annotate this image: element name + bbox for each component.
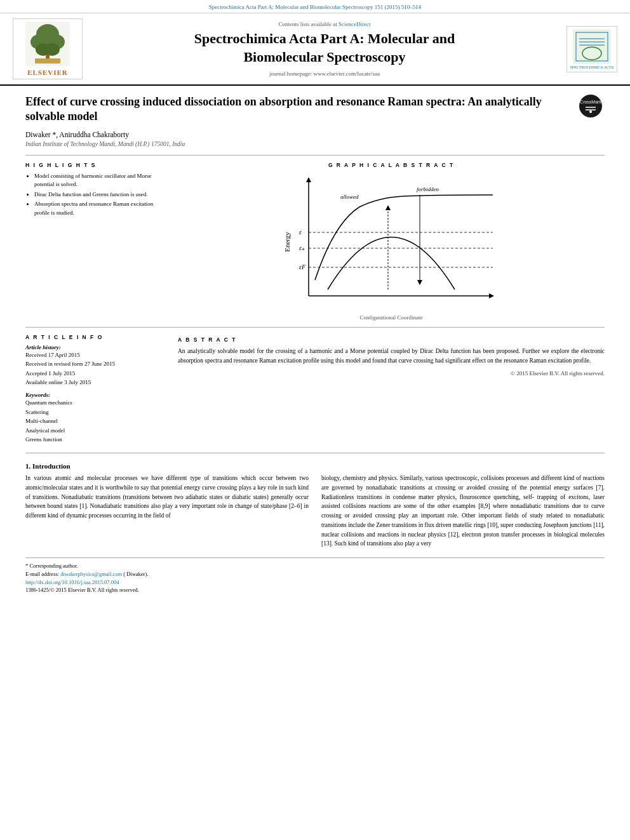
spectro-logo-icon: [573, 29, 611, 64]
intro-right-text: biology, chemistry and physics. Similarl…: [321, 474, 605, 549]
intro-left: In various atomic and molecular processe…: [25, 474, 309, 549]
svg-rect-7: [35, 58, 60, 63]
article-title: Effect of curve crossing induced dissoci…: [25, 95, 566, 124]
keywords-label: Keywords:: [25, 392, 165, 398]
email-label: E-mail address:: [25, 571, 59, 577]
corresponding-author: * Corresponding author.: [25, 562, 605, 570]
journal-reference: Spectrochimica Acta Part A: Molecular an…: [0, 0, 630, 13]
highlight-item-3: Absorption spectra and resonance Raman e…: [34, 200, 165, 217]
svg-text:εₐ: εₐ: [299, 244, 304, 251]
journal-ref-text: Spectrochimica Acta Part A: Molecular an…: [209, 4, 421, 10]
authors: Diwaker *, Aniruddha Chakraborty: [25, 131, 605, 138]
email-address[interactable]: diwakerphysics@gmail.com: [60, 571, 122, 577]
svg-text:εF: εF: [299, 263, 306, 270]
intro-right: biology, chemistry and physics. Similarl…: [321, 474, 605, 549]
keyword-2: Scattering: [25, 408, 165, 417]
spectro-logo-text: SPECTROCHIMICA ACTA: [570, 65, 614, 69]
journal-center: Contents lists available at ScienceDirec…: [95, 21, 554, 76]
highlight-item-2: Dirac Delta function and Greens function…: [34, 190, 165, 199]
keywords-section: Keywords: Quantum mechanics Scattering M…: [25, 392, 165, 444]
energy-diagram: Energy forbidden allowed: [277, 172, 506, 312]
history-label: Article history:: [25, 344, 165, 350]
highlight-item-1: Model consisting of harmonic oscillator …: [34, 172, 165, 189]
article-info-heading: A R T I C L E I N F O: [25, 334, 165, 340]
keyword-1: Quantum mechanics: [25, 398, 165, 407]
svg-text:forbidden: forbidden: [417, 186, 439, 192]
abstract-heading: A B S T R A C T: [178, 337, 605, 343]
science-direct-link[interactable]: ScienceDirect: [338, 21, 370, 27]
article-info-section: A R T I C L E I N F O Article history: R…: [25, 334, 165, 444]
keyword-5: Greens function: [25, 435, 165, 444]
svg-point-5: [44, 43, 60, 56]
copyright: © 2015 Elsevier B.V. All rights reserved…: [178, 370, 605, 377]
received-date: Received 17 April 2015: [25, 350, 165, 359]
divider-1: [25, 155, 605, 156]
journal-homepage: journal homepage: www.elsevier.com/locat…: [95, 70, 554, 77]
graphical-abstract-section: G R A P H I C A L A B S T R A C T Energy…: [178, 162, 605, 321]
journal-header: ELSEVIER Contents lists available at Sci…: [0, 13, 630, 86]
article-info-abstract-row: A R T I C L E I N F O Article history: R…: [25, 334, 605, 444]
available-date: Available online 3 July 2015: [25, 378, 165, 387]
svg-point-18: [589, 110, 592, 113]
keyword-3: Multi-channel: [25, 417, 165, 425]
abstract-section: A B S T R A C T An analytically solvable…: [178, 337, 605, 444]
crossmark-icon: CrossMark: [579, 95, 602, 117]
divider-3: [25, 453, 605, 453]
svg-text:CrossMark: CrossMark: [580, 100, 601, 104]
svg-text:Energy: Energy: [283, 232, 291, 252]
article-title-section: Effect of curve crossing induced dissoci…: [25, 95, 605, 124]
doi-line: http://dx.doi.org/10.1016/j.saa.2015.07.…: [25, 578, 605, 587]
introduction-heading: 1. Introduction: [25, 462, 605, 470]
highlights-graphical-row: H I G H L I G H T S Model consisting of …: [25, 162, 605, 321]
highlights-list: Model consisting of harmonic oscillator …: [25, 172, 165, 218]
article-history: Article history: Received 17 April 2015 …: [25, 344, 165, 387]
footnote-section: * Corresponding author. E-mail address: …: [25, 557, 605, 594]
fig-caption: Configurational Coordinate: [178, 314, 605, 321]
keyword-4: Analytical model: [25, 426, 165, 435]
elsevier-tree-icon: [25, 22, 70, 66]
introduction-section: In various atomic and molecular processe…: [25, 474, 605, 549]
divider-2: [25, 327, 605, 328]
abstract-text: An analytically solvable model for the c…: [178, 347, 605, 365]
contents-line: Contents lists available at ScienceDirec…: [95, 21, 554, 27]
crossmark: CrossMark: [579, 95, 605, 117]
journal-title: Spectrochimica Acta Part A: Molecular an…: [95, 30, 554, 66]
spectro-logo: SPECTROCHIMICA ACTA: [566, 26, 617, 72]
highlights-section: H I G H L I G H T S Model consisting of …: [25, 162, 165, 321]
svg-text:ε: ε: [299, 229, 302, 236]
graphical-abstract-heading: G R A P H I C A L A B S T R A C T: [178, 162, 605, 168]
elsevier-logo: ELSEVIER: [13, 18, 83, 79]
issn-line: 1386-1425/© 2015 Elsevier B.V. All right…: [25, 586, 605, 594]
svg-text:allowed: allowed: [340, 194, 359, 200]
main-content: Effect of curve crossing induced dissoci…: [0, 86, 630, 607]
doi-link[interactable]: http://dx.doi.org/10.1016/j.saa.2015.07.…: [25, 579, 119, 585]
email-suffix: ( Diwaker).: [123, 571, 148, 577]
accepted-date: Accepted 1 July 2015: [25, 369, 165, 378]
intro-left-text: In various atomic and molecular processe…: [25, 474, 309, 521]
elsevier-brand-text: ELSEVIER: [16, 69, 79, 76]
svg-point-14: [580, 95, 601, 117]
affiliation: Indian Institute of Technology Mandi, Ma…: [25, 141, 605, 147]
highlights-heading: H I G H L I G H T S: [25, 162, 165, 168]
svg-rect-19: [277, 172, 506, 312]
email-line: E-mail address: diwakerphysics@gmail.com…: [25, 570, 605, 578]
revised-date: Received in revised form 27 June 2015: [25, 359, 165, 368]
